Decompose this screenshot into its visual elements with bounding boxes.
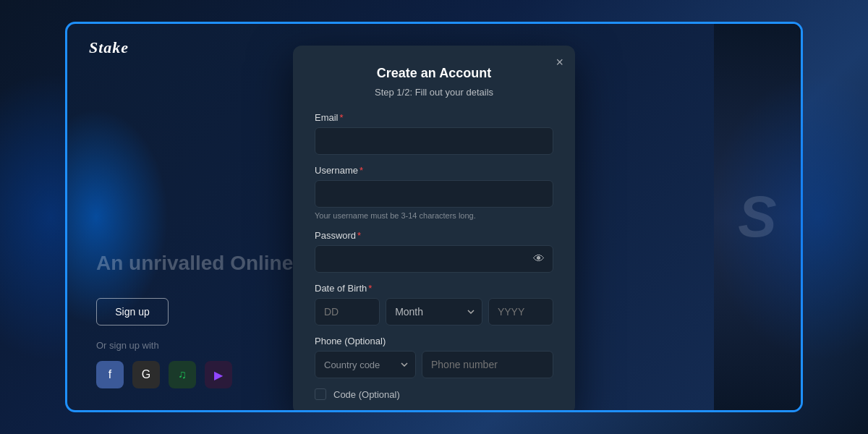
username-label: Username* [315, 165, 553, 176]
email-label: Email* [315, 112, 553, 123]
dob-month-select[interactable]: Month January February March April May J… [386, 298, 482, 326]
phone-field-group: Phone (Optional) Country code [315, 336, 553, 378]
password-field-group: Password* 👁 [315, 230, 553, 273]
modal-title: Create an Account [315, 66, 553, 81]
phone-number-input[interactable] [422, 351, 553, 378]
eye-icon[interactable]: 👁 [533, 252, 545, 265]
dob-field-group: Date of Birth* Month January February Ma… [315, 283, 553, 326]
password-input[interactable] [315, 245, 553, 273]
phone-row: Country code [315, 351, 553, 378]
code-label: Code (Optional) [333, 389, 400, 400]
modal-overlay: × Create an Account Step 1/2: Fill out y… [67, 24, 801, 410]
username-field-group: Username* Your username must be 3-14 cha… [315, 165, 553, 220]
email-field-group: Email* [315, 112, 553, 155]
modal-close-button[interactable]: × [556, 56, 563, 69]
country-code-select[interactable]: Country code [315, 351, 416, 378]
dob-label: Date of Birth* [315, 283, 553, 294]
username-input[interactable] [315, 180, 553, 208]
password-label: Password* [315, 230, 553, 241]
email-input[interactable] [315, 127, 553, 155]
dob-day-input[interactable] [315, 298, 380, 326]
code-field-group: Code (Optional) [315, 388, 553, 400]
password-wrapper: 👁 [315, 245, 553, 273]
username-hint: Your username must be 3-14 characters lo… [315, 211, 553, 220]
screen-border: Stake An unrivalled Online Casino & Spor… [65, 22, 803, 412]
dob-row: Month January February March April May J… [315, 298, 553, 326]
dob-year-input[interactable] [488, 298, 553, 326]
create-account-modal: × Create an Account Step 1/2: Fill out y… [293, 46, 575, 412]
code-checkbox[interactable] [315, 388, 326, 400]
phone-label: Phone (Optional) [315, 336, 553, 346]
modal-subtitle: Step 1/2: Fill out your details [315, 87, 553, 98]
